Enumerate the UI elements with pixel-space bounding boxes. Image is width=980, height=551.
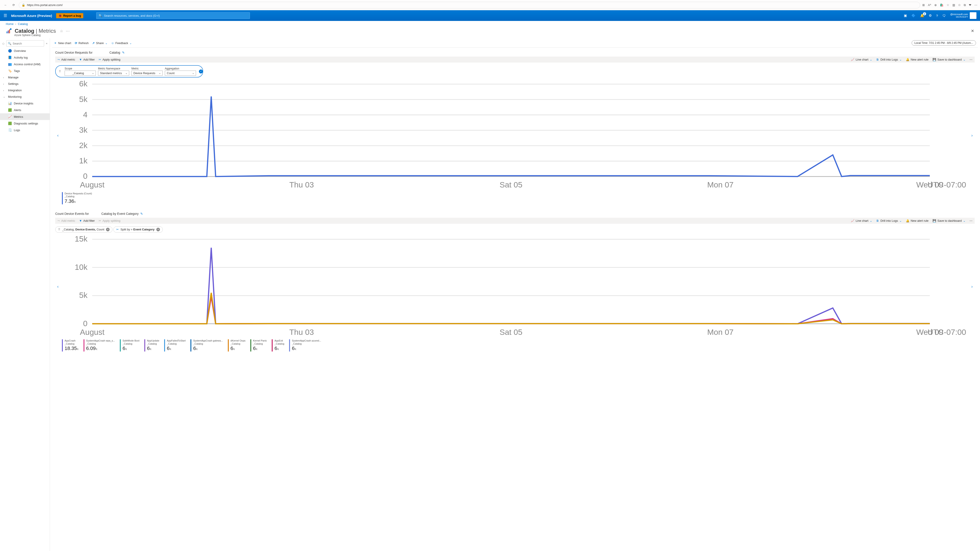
sidebar-item[interactable]: ›Settings [0,81,50,87]
brand-label[interactable]: Microsoft Azure (Preview) [11,14,52,17]
drill-logs-button[interactable]: 🗎Drill into Logs ⌄ [876,219,902,222]
svg-text:August: August [80,180,105,189]
global-search[interactable]: 🔍 [96,12,250,19]
svg-text:6k: 6k [79,80,88,88]
star-icon[interactable]: ☆ [947,3,949,7]
feedback-button[interactable]: ☺Feedback ⌄ [111,41,132,45]
hamburger-icon[interactable]: ☰ [3,13,7,18]
sidebar-item[interactable]: ⌄Monitoring [0,94,50,100]
share-button[interactable]: ↗Share ⌄ [92,41,108,45]
sidebar-subitem[interactable]: 🟩Alerts [0,106,50,113]
edit-title-icon[interactable]: ✎ [140,212,143,216]
sidebar-item[interactable]: 👥Access control (IAM) [0,61,50,67]
metric-select[interactable]: Device Requests [131,71,162,76]
sidebar-search-input[interactable] [13,42,43,45]
metrics-page-icon [6,28,12,34]
back-button[interactable]: ← [3,2,8,8]
url-text: https://ms.portal.azure.com/ [27,3,63,7]
split-chip[interactable]: ✂ Split by = Event Category ✕ [113,226,163,233]
url-bar[interactable]: 🔒 https://ms.portal.azure.com/ [19,2,920,8]
close-blade-button[interactable]: ✕ [971,29,974,33]
chart1-toolbar: ⤳Add metric ▼Add filter ✂Apply splitting… [55,57,975,63]
save-dashboard-button[interactable]: 💾Save to dashboard⌄ [932,219,966,222]
split-icon: ✂ [116,228,119,231]
metric-label: Metric [131,67,162,70]
namespace-select[interactable]: Standard metrics [98,71,129,76]
collapse-sidebar-icon[interactable]: « [46,42,48,45]
drill-logs-button[interactable]: 🗎Drill into Logs ⌄ [876,58,902,61]
sidebar-subitem[interactable]: 📈Metrics [0,113,50,120]
zoom-icon[interactable]: ⊕ [934,3,937,7]
sidebar-item[interactable]: ›Manage [0,74,50,81]
chart-prev-button[interactable]: ‹ [55,235,60,338]
sidebar-item[interactable]: 🔵Overview [0,48,50,54]
favorites-icon[interactable]: ✩ [958,3,961,7]
heart-icon[interactable]: ❤ [969,3,971,7]
chart-type-select[interactable]: 📈Line chart ⌄ [851,219,872,222]
metric-chip[interactable]: ⠿ _Catalog, Device Events, Count ✕ [55,226,113,233]
new-alert-button[interactable]: 🔔New alert rule [906,58,929,61]
new-chart-button[interactable]: ＋New chart [54,41,71,45]
extension-icon[interactable]: ⊞ [922,3,925,7]
chart-more-icon[interactable]: ⋯ [969,219,972,222]
sidebar-subitem[interactable]: 🟩Diagnostic settings [0,120,50,127]
reading-list-icon[interactable]: ▥ [952,3,955,7]
text-size-icon[interactable]: Aᴬ [928,3,931,7]
new-alert-button[interactable]: 🔔New alert rule [906,219,929,222]
sidebar-subitem[interactable]: 🗒️Logs [0,127,50,133]
add-filter-button[interactable]: ▼Add filter [79,58,95,61]
svg-text:Thu 03: Thu 03 [290,180,314,189]
settings-icon[interactable]: ⚙ [929,14,932,17]
time-range-button[interactable]: Local Time: 7/31 2:45 PM - 8/9 2:45 PM (… [912,40,976,46]
sidebar-item[interactable]: 🏷️Tags [0,67,50,74]
sidebar-subitem[interactable]: 📊Device insights [0,100,50,106]
collections-icon[interactable]: ⧉ [964,3,966,7]
feedback-icon[interactable]: 🗨 [942,14,946,17]
refresh-button[interactable]: ⟳Refresh [75,41,89,45]
chart2-legend-item: Kernel Panic_Catalog 6k [250,339,267,351]
drag-handle-icon[interactable]: ⠿ [58,228,60,231]
add-metric-button: ⤳Add metric [57,219,75,222]
remove-chip-icon[interactable]: ✕ [156,228,160,231]
pin-icon[interactable]: ☆ [60,29,63,33]
more-actions-icon[interactable]: ⋯ [66,29,70,33]
edit-title-icon[interactable]: ✎ [122,51,125,54]
add-metric-button[interactable]: ⤳Add metric [57,58,75,61]
apply-splitting-button[interactable]: ✂Apply splitting [99,58,120,61]
sidebar-search[interactable]: 🔍 [6,40,44,46]
notifications-icon[interactable]: 🔔2 [920,14,924,17]
svg-text:0: 0 [83,171,88,181]
scope-select[interactable]: _Catalog [65,71,96,76]
user-org: MICROSOFT [950,16,968,18]
chart-next-button[interactable]: › [969,80,975,191]
chart-prev-button[interactable]: ‹ [55,80,60,191]
user-account[interactable]: @microsoft.com MICROSOFT [950,12,977,19]
remove-chip-icon[interactable]: ✕ [106,228,110,231]
chart1-plot: 01k2k3k45k6kAugustThu 03Sat 05Mon 07Wed … [60,80,969,191]
help-icon[interactable]: ? [936,14,938,17]
chart2-legend-item: AppExit_Catalog 6k [272,339,284,351]
drag-handle-icon[interactable]: ⠿ [59,70,61,73]
chart-type-select[interactable]: 📈Line chart ⌄ [851,58,872,61]
chart-more-icon[interactable]: ⋯ [969,58,972,61]
refresh-button[interactable]: ⟳ [11,2,16,8]
cloudshell-icon[interactable]: ▣ [904,14,907,17]
global-search-input[interactable] [104,14,247,17]
directories-icon[interactable]: 🔷 [912,14,916,17]
breadcrumb-catalog[interactable]: Catalog [18,22,28,25]
chart-next-button[interactable]: › [969,235,975,338]
save-dashboard-button[interactable]: 💾Save to dashboard⌄ [932,58,966,61]
breadcrumb: Home › Catalog [0,21,980,27]
report-bug-button[interactable]: 🐞 Report a bug [56,13,83,18]
filter-icon[interactable]: ◇ [2,42,5,45]
breadcrumb-home[interactable]: Home [6,22,14,25]
svg-rect-1 [8,30,9,33]
add-filter-button[interactable]: ▼Add filter [79,219,95,222]
svg-text:Mon 07: Mon 07 [707,328,733,337]
sidebar-item[interactable]: 📘Activity log [0,54,50,61]
more-icon[interactable]: ⋯ [974,3,977,7]
sidebar-item[interactable]: ›Integration [0,87,50,94]
confirm-check-icon[interactable]: ✓ [199,70,203,73]
shopping-icon[interactable]: 🛍️ [940,3,943,7]
aggregation-select[interactable]: Count [165,71,196,76]
